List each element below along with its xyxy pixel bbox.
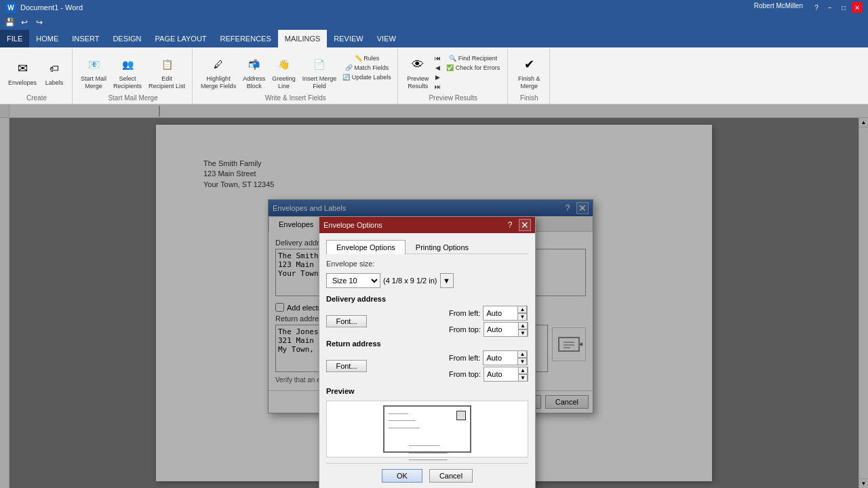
finish-icon: ✔ (519, 54, 539, 75)
create-group-label: Create (26, 94, 47, 103)
edit-recipient-list-button[interactable]: 📋 EditRecipient List (146, 53, 188, 92)
cancel-env-options-button[interactable]: Cancel (429, 469, 473, 483)
return-from-left-input[interactable]: ▲ ▼ (483, 350, 528, 365)
greeting-line-button[interactable]: 👋 GreetingLine (269, 53, 298, 92)
ribbon-group-finish: ✔ Finish &Merge Finish (509, 49, 550, 104)
small-buttons: 📏 Rules 🔗 Match Fields 🔄 Update Labels (340, 53, 393, 81)
stamp-indicator (456, 411, 466, 420)
nav-next-button[interactable]: ▶ (433, 73, 443, 81)
tab-printing-options[interactable]: Printing Options (406, 240, 479, 254)
envelope-size-dims: (4 1/8 x 9 1/2 in) (383, 277, 437, 285)
group-items: 📧 Start MailMerge 👥 SelectRecipients 📋 E… (78, 50, 188, 94)
tab-references[interactable]: REFERENCES (214, 30, 278, 47)
tab-file[interactable]: FILE (0, 30, 29, 47)
from-top-down[interactable]: ▼ (518, 329, 528, 337)
envelope-size-row: Envelope size: (326, 260, 528, 268)
return-section-label: Return address (326, 340, 528, 348)
undo-button[interactable]: ↩ (18, 16, 31, 29)
start-mail-merge-button[interactable]: 📧 Start MailMerge (78, 53, 109, 92)
ok-button[interactable]: OK (382, 469, 422, 483)
return-from-top-up[interactable]: ▲ (518, 367, 528, 374)
find-recipient-button[interactable]: 🔍 Find Recipient (444, 54, 502, 62)
user-name: Robert McMillen (754, 2, 803, 13)
from-top-up[interactable]: ▲ (518, 322, 528, 329)
tab-insert[interactable]: INSERT (65, 30, 106, 47)
ribbon-tabs: FILE HOME INSERT DESIGN PAGE LAYOUT REFE… (0, 30, 868, 47)
save-button[interactable]: 💾 (3, 16, 16, 29)
return-addr-preview: ──────────────────── (389, 411, 466, 432)
finish-merge-button[interactable]: ✔ Finish &Merge (515, 53, 543, 92)
tab-view[interactable]: VIEW (370, 30, 403, 47)
return-font-button[interactable]: Font... (326, 360, 367, 372)
tab-review[interactable]: REVIEW (327, 30, 370, 47)
tab-design[interactable]: DESIGN (106, 30, 148, 47)
quick-access-toolbar: 💾 ↩ ↪ (0, 15, 868, 30)
envelope-options-help[interactable]: ? (504, 219, 516, 231)
nav-first-button[interactable]: ⏮ (433, 54, 443, 62)
preview-results-button[interactable]: 👁 PreviewResults (404, 53, 431, 92)
envelope-options-tabs: Envelope Options Printing Options (326, 240, 528, 254)
tab-home[interactable]: HOME (29, 30, 65, 47)
delivery-from-left-spinner[interactable]: ▲ ▼ (517, 306, 527, 321)
delivery-from-top-field[interactable] (484, 324, 518, 335)
delivery-from-left-input[interactable]: ▲ ▼ (483, 306, 528, 321)
select-recipients-button[interactable]: 👥 SelectRecipients (111, 53, 144, 92)
check-errors-button[interactable]: ✅ Check for Errors (444, 64, 502, 72)
rules-button[interactable]: 📏 Rules (340, 54, 393, 62)
preview-small-buttons: ⏮ ◀ ▶ ⏭ (433, 53, 443, 91)
group-items: 👁 PreviewResults ⏮ ◀ ▶ ⏭ 🔍 Find Recipien… (404, 50, 502, 94)
tab-page-layout[interactable]: PAGE LAYOUT (149, 30, 214, 47)
ribbon-group-create: ✉ Envelopes 🏷 Labels Create (1, 49, 73, 104)
nav-last-button[interactable]: ⏭ (433, 83, 443, 91)
return-from-top-field[interactable] (484, 369, 518, 380)
mailmerge-group-label: Start Mail Merge (108, 94, 157, 103)
envelope-size-label: Envelope size: (326, 260, 394, 268)
recipients-icon: 👥 (117, 54, 138, 75)
delivery-from-left-label: From left: (449, 309, 480, 317)
return-from-left-down[interactable]: ▼ (517, 358, 527, 365)
update-labels-button[interactable]: 🔄 Update Labels (340, 73, 393, 81)
titlebar-controls[interactable]: Robert McMillen ? − □ ✕ (754, 2, 863, 13)
return-from-top-input[interactable]: ▲ ▼ (484, 367, 528, 382)
delivery-from-top-input[interactable]: ▲ ▼ (484, 322, 528, 337)
greeting-icon: 👋 (273, 54, 294, 75)
ribbon-content: ✉ Envelopes 🏷 Labels Create 📧 Start Mail… (0, 47, 868, 104)
labels-button[interactable]: 🏷 Labels (41, 57, 68, 88)
highlight-icon: 🖊 (208, 54, 229, 75)
envelopes-label: Envelopes (8, 79, 37, 87)
delivery-from-top-spinner[interactable]: ▲ ▼ (518, 322, 528, 337)
restore-button[interactable]: □ (838, 2, 849, 13)
ribbon-group-preview: 👁 PreviewResults ⏮ ◀ ▶ ⏭ 🔍 Find Recipien… (399, 49, 508, 104)
return-from-top-spinner[interactable]: ▲ ▼ (518, 367, 528, 382)
nav-prev-button[interactable]: ◀ (433, 64, 443, 72)
delivery-from-left-row: From left: ▲ ▼ (449, 306, 528, 321)
return-from-left-field[interactable] (484, 352, 517, 363)
from-left-down[interactable]: ▼ (517, 313, 527, 321)
envelope-size-select[interactable]: Size 10 (326, 273, 380, 288)
size-dropdown-button[interactable]: ▼ (440, 273, 454, 288)
return-from-left-label: From left: (449, 354, 480, 362)
minimize-button[interactable]: − (825, 2, 835, 13)
return-from-left-spinner[interactable]: ▲ ▼ (517, 350, 527, 365)
tab-envelope-options[interactable]: Envelope Options (326, 240, 406, 254)
group-items: ✔ Finish &Merge (515, 50, 543, 94)
tab-mailings[interactable]: MAILINGS (278, 30, 328, 47)
envelope-icon: ✉ (12, 58, 33, 79)
envelopes-button[interactable]: ✉ Envelopes (5, 57, 39, 88)
return-from-top-down[interactable]: ▼ (518, 374, 528, 382)
help-button[interactable]: ? (811, 2, 822, 13)
return-from-left-row: From left: ▲ ▼ (449, 350, 528, 365)
delivery-from-left-field[interactable] (484, 308, 517, 319)
label-icon: 🏷 (44, 58, 64, 79)
match-fields-button[interactable]: 🔗 Match Fields (340, 64, 393, 72)
close-button[interactable]: ✕ (852, 2, 863, 13)
address-block-button[interactable]: 📬 AddressBlock (240, 53, 268, 92)
return-from-left-up[interactable]: ▲ (517, 350, 527, 358)
delivery-font-button[interactable]: Font... (326, 315, 367, 327)
insert-merge-field-button[interactable]: 📄 Insert MergeField (300, 53, 340, 92)
highlight-merge-fields-button[interactable]: 🖊 HighlightMerge Fields (198, 53, 239, 92)
fields-group-label: Write & Insert Fields (265, 94, 326, 103)
redo-button[interactable]: ↪ (33, 16, 46, 29)
from-left-up[interactable]: ▲ (517, 306, 527, 313)
envelope-options-close[interactable]: ✕ (519, 219, 531, 231)
